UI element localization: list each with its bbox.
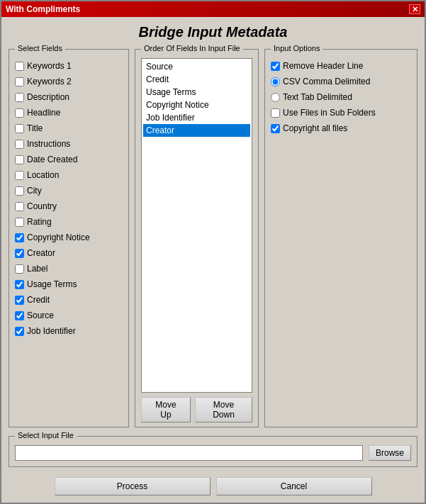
input-option-item-sub_folders: Use Files in Sub Folders bbox=[271, 105, 411, 121]
window-title: With Compliments bbox=[6, 4, 80, 14]
select-field-item-description: Description bbox=[15, 89, 123, 105]
browse-button[interactable]: Browse bbox=[369, 445, 411, 461]
select-fields-legend: Select Fields bbox=[15, 44, 65, 52]
checkbox-remove_header[interactable] bbox=[271, 62, 280, 71]
select-field-item-instructions: Instructions bbox=[15, 136, 123, 152]
input-option-item-text_tab: Text Tab Delimited bbox=[271, 89, 411, 105]
input-option-item-csv_comma: CSV Comma Delimited bbox=[271, 74, 411, 89]
checkbox-label[interactable] bbox=[15, 264, 24, 274]
label-source: Source bbox=[27, 310, 54, 320]
label-credit: Credit bbox=[27, 295, 50, 305]
label-city: City bbox=[27, 186, 42, 196]
select-field-item-city: City bbox=[15, 183, 123, 198]
bottom-buttons: Process Cancel bbox=[9, 477, 417, 495]
close-button[interactable]: ✕ bbox=[409, 4, 420, 14]
label-country: Country bbox=[27, 201, 57, 211]
checkbox-usage_terms[interactable] bbox=[15, 280, 24, 289]
cancel-button[interactable]: Cancel bbox=[216, 477, 372, 495]
checkbox-job_identifier[interactable] bbox=[15, 327, 24, 336]
select-fields-panel: Select Fields Keywords 1Keywords 2Descri… bbox=[9, 49, 129, 427]
radio-text_tab[interactable] bbox=[271, 93, 280, 102]
select-field-item-job_identifier: Job Identifier bbox=[15, 323, 123, 339]
checkbox-keywords1[interactable] bbox=[15, 62, 24, 71]
select-fields-list: Keywords 1Keywords 2DescriptionHeadlineT… bbox=[15, 58, 123, 339]
select-field-item-location: Location bbox=[15, 167, 123, 183]
list-item[interactable]: Creator bbox=[143, 124, 250, 137]
label-keywords1: Keywords 1 bbox=[27, 61, 72, 71]
label-usage_terms: Usage Terms bbox=[27, 279, 77, 289]
order-fields-legend: Order Of Fields In Input File bbox=[141, 44, 243, 52]
checkbox-instructions[interactable] bbox=[15, 140, 24, 149]
label-date_created: Date Created bbox=[27, 155, 77, 164]
select-field-item-label: Label bbox=[15, 261, 123, 276]
checkbox-description[interactable] bbox=[15, 93, 24, 102]
title-bar: With Compliments ✕ bbox=[1, 1, 425, 17]
select-field-item-source: Source bbox=[15, 308, 123, 323]
select-field-item-date_created: Date Created bbox=[15, 152, 123, 167]
file-row: Browse bbox=[15, 445, 411, 461]
label-rating: Rating bbox=[27, 217, 52, 227]
move-down-button[interactable]: Move Down bbox=[195, 397, 252, 422]
radio-csv_comma[interactable] bbox=[271, 77, 280, 86]
input-options-panel: Input Options Remove Header LineCSV Comm… bbox=[264, 49, 417, 427]
order-fields-panel: Order Of Fields In Input File SourceCred… bbox=[135, 49, 259, 427]
label-description: Description bbox=[27, 92, 69, 102]
label-instructions: Instructions bbox=[27, 139, 70, 149]
move-buttons: Move Up Move Down bbox=[141, 397, 252, 422]
select-field-item-country: Country bbox=[15, 198, 123, 214]
select-field-item-title: Title bbox=[15, 121, 123, 136]
list-item[interactable]: Copyright Notice bbox=[143, 99, 250, 111]
checkbox-sub_folders[interactable] bbox=[271, 108, 280, 118]
checkbox-location[interactable] bbox=[15, 171, 24, 180]
label-copyright_all: Copyright all files bbox=[283, 123, 347, 133]
checkbox-creator[interactable] bbox=[15, 249, 24, 258]
order-fields-listbox[interactable]: SourceCreditUsage TermsCopyright NoticeJ… bbox=[141, 58, 252, 393]
input-file-section: Select Input File Browse bbox=[9, 436, 417, 467]
select-field-item-copyright_notice: Copyright Notice bbox=[15, 230, 123, 245]
process-button[interactable]: Process bbox=[55, 477, 211, 495]
input-options-list: Remove Header LineCSV Comma DelimitedTex… bbox=[271, 58, 411, 136]
select-field-item-rating: Rating bbox=[15, 214, 123, 230]
label-headline: Headline bbox=[27, 108, 60, 118]
checkbox-country[interactable] bbox=[15, 202, 24, 211]
list-item[interactable]: Job Identifier bbox=[143, 111, 250, 124]
main-panels: Select Fields Keywords 1Keywords 2Descri… bbox=[9, 49, 417, 427]
select-field-item-creator: Creator bbox=[15, 245, 123, 261]
checkbox-rating[interactable] bbox=[15, 218, 24, 227]
select-field-item-headline: Headline bbox=[15, 105, 123, 121]
label-keywords2: Keywords 2 bbox=[27, 77, 72, 86]
input-file-legend: Select Input File bbox=[15, 431, 77, 439]
content-area: Bridge Input Metadata Select Fields Keyw… bbox=[1, 17, 425, 503]
input-option-item-copyright_all: Copyright all files bbox=[271, 121, 411, 136]
checkbox-headline[interactable] bbox=[15, 108, 24, 118]
label-label: Label bbox=[27, 264, 47, 274]
checkbox-source[interactable] bbox=[15, 311, 24, 320]
list-item[interactable]: Usage Terms bbox=[143, 86, 250, 99]
label-job_identifier: Job Identifier bbox=[27, 326, 76, 336]
select-field-item-keywords2: Keywords 2 bbox=[15, 74, 123, 89]
checkbox-city[interactable] bbox=[15, 186, 24, 196]
checkbox-copyright_all[interactable] bbox=[271, 124, 280, 133]
input-option-item-remove_header: Remove Header Line bbox=[271, 58, 411, 74]
label-remove_header: Remove Header Line bbox=[283, 61, 363, 71]
page-title: Bridge Input Metadata bbox=[9, 24, 417, 40]
label-location: Location bbox=[27, 170, 59, 180]
list-item[interactable]: Credit bbox=[143, 73, 250, 86]
select-field-item-usage_terms: Usage Terms bbox=[15, 276, 123, 292]
label-csv_comma: CSV Comma Delimited bbox=[283, 77, 370, 86]
checkbox-date_created[interactable] bbox=[15, 155, 24, 164]
input-options-legend: Input Options bbox=[271, 44, 323, 52]
checkbox-credit[interactable] bbox=[15, 296, 24, 305]
move-up-button[interactable]: Move Up bbox=[141, 397, 191, 422]
file-input[interactable] bbox=[15, 445, 363, 461]
label-title: Title bbox=[27, 123, 43, 133]
checkbox-keywords2[interactable] bbox=[15, 77, 24, 86]
label-creator: Creator bbox=[27, 248, 55, 258]
checkbox-copyright_notice[interactable] bbox=[15, 233, 24, 242]
label-sub_folders: Use Files in Sub Folders bbox=[283, 108, 376, 118]
list-item[interactable]: Source bbox=[143, 60, 250, 73]
select-field-item-credit: Credit bbox=[15, 292, 123, 308]
checkbox-title[interactable] bbox=[15, 124, 24, 133]
main-window: With Compliments ✕ Bridge Input Metadata… bbox=[0, 0, 426, 504]
label-text_tab: Text Tab Delimited bbox=[283, 92, 352, 102]
